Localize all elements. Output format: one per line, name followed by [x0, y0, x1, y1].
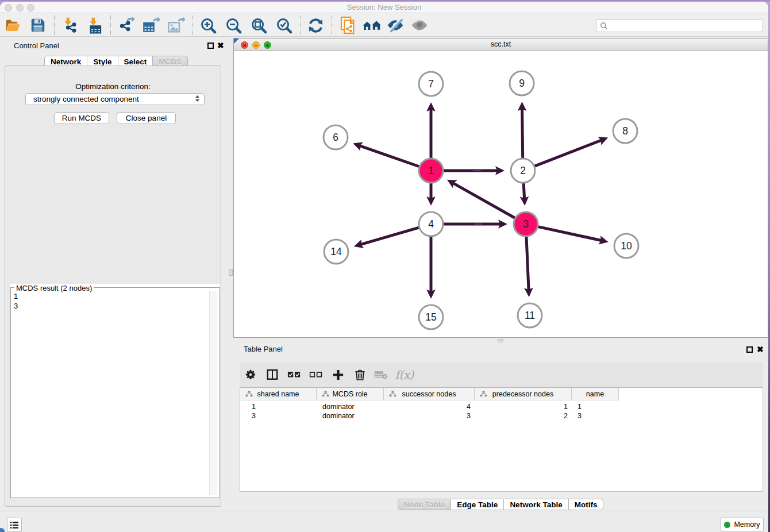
table-tab-motifs[interactable]: Motifs: [569, 499, 604, 510]
vertical-splitter-handle[interactable]: [229, 269, 233, 276]
table-tab-edge-table[interactable]: Edge Table: [451, 499, 504, 510]
table-tab-network-table[interactable]: Network Table: [504, 499, 568, 510]
table-cell[interactable]: 1: [240, 402, 317, 411]
edge-4-14[interactable]: [361, 228, 419, 244]
new-network-from-selection-icon[interactable]: [338, 15, 359, 36]
edge-2-8[interactable]: [535, 140, 602, 166]
column-header-successor-nodes[interactable]: successor nodes: [384, 388, 475, 400]
column-header-label: MCDS role: [332, 390, 367, 398]
table-cell[interactable]: dominator: [317, 411, 384, 421]
memory-button[interactable]: Memory: [721, 518, 764, 531]
column-type-icon: [322, 391, 329, 399]
control-panel-close-icon[interactable]: ✖: [217, 42, 224, 49]
table-panel: Table Panel ✖: [233, 340, 768, 511]
column-settings-icon[interactable]: [241, 365, 260, 384]
close-panel-button[interactable]: Close panel: [117, 112, 176, 124]
node-label-15: 15: [425, 311, 436, 323]
network-graph[interactable]: 1234678910111415: [234, 51, 768, 337]
zoom-out-icon[interactable]: [223, 15, 244, 36]
table-row[interactable]: 3dominator323: [240, 411, 619, 421]
edge-1-6[interactable]: [360, 146, 419, 167]
task-history-button[interactable]: [7, 518, 22, 532]
network-canvas[interactable]: 1234678910111415: [234, 51, 768, 337]
edge-label-mark: [475, 223, 483, 225]
edge-2-9[interactable]: [522, 109, 523, 158]
table-toolbar: f(x): [240, 363, 763, 387]
node-label-8: 8: [622, 125, 628, 137]
import-network-icon[interactable]: [59, 15, 80, 36]
zoom-in-icon[interactable]: [198, 15, 218, 36]
show-all-icon[interactable]: [409, 15, 430, 36]
edge-2-3[interactable]: [523, 183, 524, 198]
show-hide-columns-icon[interactable]: [263, 365, 282, 384]
function-builder-icon[interactable]: f(x): [395, 365, 414, 384]
export-image-icon[interactable]: [165, 15, 186, 36]
network-window-titlebar[interactable]: × − + scc.txt: [234, 38, 768, 51]
table-tab-node-table[interactable]: Node Table: [398, 499, 452, 510]
open-file-icon[interactable]: [2, 15, 23, 36]
table-cell[interactable]: 4: [384, 402, 475, 411]
add-row-icon[interactable]: [328, 365, 348, 384]
column-header-MCDS-role[interactable]: MCDS role: [317, 388, 384, 400]
edge-3-10[interactable]: [538, 227, 601, 241]
run-mcds-button[interactable]: Run MCDS: [54, 112, 109, 124]
node-label-3: 3: [523, 218, 529, 230]
hide-selected-icon[interactable]: [385, 15, 406, 36]
select-all-icon[interactable]: [284, 365, 304, 384]
table-panel-close-icon[interactable]: ✖: [757, 346, 764, 353]
table-panel-float-icon[interactable]: [746, 346, 753, 353]
table-cell[interactable]: 1: [572, 402, 619, 411]
memory-label: Memory: [734, 521, 760, 529]
export-network-icon[interactable]: [116, 15, 136, 36]
node-label-10: 10: [621, 240, 632, 252]
mcds-result-border: [10, 287, 220, 498]
table-cell[interactable]: 1: [475, 402, 572, 411]
delete-table-icon[interactable]: [371, 365, 391, 384]
table-row[interactable]: 1dominator411: [240, 402, 619, 411]
edge-3-11[interactable]: [526, 237, 529, 290]
control-panel-float-icon[interactable]: [207, 43, 214, 49]
column-header-shared-name[interactable]: shared name: [240, 388, 317, 400]
table-cell[interactable]: dominator: [317, 402, 384, 411]
window-title: Session: New Session: [0, 3, 768, 11]
edge-3-1[interactable]: [453, 183, 515, 218]
control-panel: Control Panel ✖ NetworkStyleSelectMCDS O…: [0, 37, 226, 511]
deselect-all-icon[interactable]: [306, 365, 326, 384]
table-cell[interactable]: 2: [475, 411, 572, 421]
criterion-dropdown[interactable]: strongly connected component: [25, 93, 205, 105]
column-type-icon: [245, 391, 253, 399]
first-neighbors-icon[interactable]: [362, 15, 383, 36]
refresh-layout-icon[interactable]: [305, 15, 326, 36]
column-header-predecessor-nodes[interactable]: predecessor nodes: [475, 388, 572, 400]
optimization-criterion-label: Optimization criterion:: [0, 82, 226, 91]
mcds-result-scrollbar[interactable]: [209, 291, 217, 495]
table-cell[interactable]: 3: [240, 411, 317, 421]
table-cell[interactable]: 3: [384, 411, 475, 421]
export-table-icon[interactable]: [141, 15, 161, 36]
import-table-icon[interactable]: [84, 15, 105, 36]
node-label-9: 9: [519, 78, 525, 89]
criterion-dropdown-value: strongly connected component: [33, 95, 139, 103]
network-window-title: scc.txt: [234, 40, 768, 48]
mcds-result-box: MCDS result (2 nodes) 1 3: [10, 284, 220, 498]
mcds-result-text[interactable]: 1 3: [14, 291, 18, 311]
delete-row-icon[interactable]: [350, 365, 369, 384]
zoom-fit-icon[interactable]: [248, 15, 269, 36]
search-input[interactable]: [610, 22, 763, 30]
application-window: Session: New Session: [0, 2, 768, 532]
table-panel-title: Table Panel: [244, 345, 283, 353]
table-cell[interactable]: 3: [572, 411, 619, 421]
node-label-7: 7: [428, 78, 434, 90]
dropdown-chevrons-icon: [195, 95, 200, 104]
edge-label-mark: [473, 170, 481, 171]
search-box[interactable]: [596, 19, 763, 32]
search-icon: [600, 22, 608, 30]
save-session-icon[interactable]: [28, 15, 48, 36]
column-header-name[interactable]: name: [572, 388, 619, 400]
zoom-selected-icon[interactable]: [274, 15, 294, 36]
node-label-4: 4: [428, 218, 434, 230]
control-panel-title: Control Panel: [14, 41, 59, 50]
network-view-window: × − + scc.txt 1234678910111415: [233, 38, 768, 338]
table-header: shared nameMCDS rolesuccessor nodesprede…: [240, 388, 619, 400]
node-label-14: 14: [330, 246, 342, 257]
